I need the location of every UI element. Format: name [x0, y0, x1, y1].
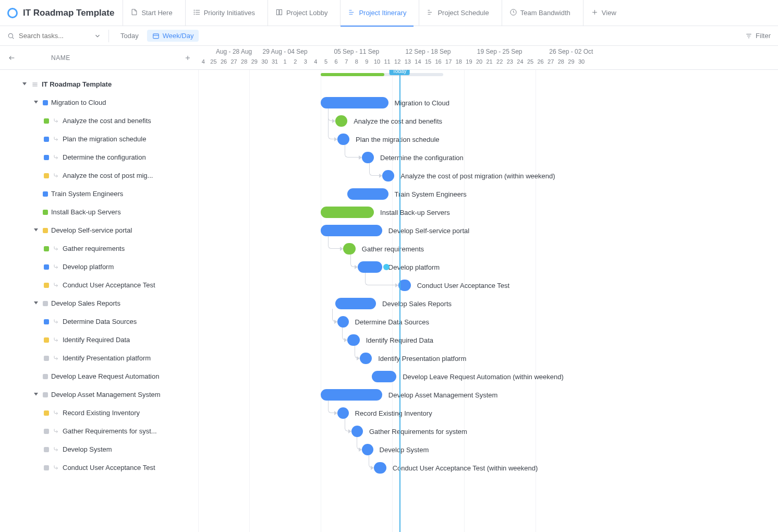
tree-body[interactable]: IT Roadmap TemplateMigration to CloudAna…: [0, 70, 198, 532]
tree-row[interactable]: Migration to Cloud: [0, 93, 198, 112]
gantt-bar[interactable]: [337, 134, 350, 145]
status-dot: [43, 228, 48, 233]
caret-icon[interactable]: [32, 227, 40, 234]
tree-row[interactable]: Conduct User Acceptance Test: [0, 276, 198, 294]
gantt-bar[interactable]: [343, 243, 356, 255]
filter-icon: [745, 32, 752, 40]
tab-priority-initiatives[interactable]: Priority Initiatives: [185, 0, 262, 26]
gantt-bar[interactable]: [337, 316, 349, 328]
tab-team-bandwidth[interactable]: Team Bandwidth: [502, 0, 578, 26]
day-header: 4: [310, 58, 321, 70]
tree-row-label: Plan the migration schedule: [63, 135, 146, 143]
tree-row[interactable]: Plan the migration schedule: [0, 130, 198, 148]
day-header: 21: [484, 58, 495, 70]
caret-icon[interactable]: [21, 81, 28, 88]
tree-row[interactable]: Analyze the cost and benefits: [0, 112, 198, 130]
gantt-bar[interactable]: [321, 97, 388, 108]
tree-row[interactable]: Develop System: [0, 440, 198, 458]
tree-row-label: Conduct User Acceptance Test: [63, 281, 155, 289]
subtask-icon: [52, 136, 59, 143]
chevron-down-icon[interactable]: [94, 32, 101, 40]
status-dot: [44, 155, 49, 160]
tree-row[interactable]: Gather Requirements for syst...: [0, 422, 198, 440]
tab-icon: [591, 8, 599, 18]
gantt-bar[interactable]: [362, 444, 373, 455]
tree-row[interactable]: Develop Asset Management System: [0, 385, 198, 404]
tree-row[interactable]: Analyze the cost of post mig...: [0, 166, 198, 185]
tree-column-header: NAME: [51, 54, 70, 62]
search-icon: [7, 32, 15, 40]
day-header: 25: [525, 58, 536, 70]
gantt-bar-label: Determine the configuration: [376, 153, 464, 161]
tree-row[interactable]: Train System Engineers: [0, 185, 198, 203]
subtask-icon: [52, 318, 59, 325]
tree-row[interactable]: Conduct User Acceptance Test: [0, 458, 198, 477]
tree-row[interactable]: Develop Self-service portal: [0, 221, 198, 239]
filter-button[interactable]: Filter: [745, 32, 771, 40]
tree-row[interactable]: Install Back-up Servers: [0, 203, 198, 221]
caret-icon[interactable]: [32, 391, 40, 398]
gantt-bar[interactable]: [321, 389, 382, 401]
tree-row[interactable]: Identify Required Data: [0, 331, 198, 349]
today-line: [399, 70, 400, 532]
search-input[interactable]: [18, 31, 91, 40]
gantt-bar[interactable]: [362, 152, 374, 163]
svg-rect-6: [276, 9, 278, 15]
svg-marker-31: [34, 228, 38, 232]
week-header: 19 Sep - 25 Sep: [464, 46, 536, 58]
day-header: 27: [229, 58, 239, 70]
gantt-bar[interactable]: [358, 261, 382, 273]
gantt-bar-label: Develop Sales Reports: [378, 299, 452, 307]
gantt-bar[interactable]: [347, 188, 388, 200]
svg-marker-33: [34, 393, 38, 396]
gantt-bar[interactable]: [337, 407, 349, 419]
tree-row[interactable]: Record Existing Inventory: [0, 404, 198, 422]
day-header: 27: [545, 58, 556, 70]
gantt-bar-label: Identify Required Data: [362, 336, 433, 344]
tree-row[interactable]: Determine the configuration: [0, 148, 198, 166]
separator: [108, 30, 109, 42]
caret-icon[interactable]: [32, 99, 40, 106]
day-header: 30: [576, 58, 587, 70]
gantt-bar[interactable]: [321, 207, 374, 218]
today-button[interactable]: Today: [116, 30, 143, 42]
tree-row[interactable]: Develop Leave Request Automation: [0, 367, 198, 385]
timeline-pane[interactable]: Aug - 28 Aug29 Aug - 04 Sep05 Sep - 11 S…: [198, 46, 778, 532]
gantt-bar[interactable]: [374, 462, 386, 474]
gantt-bar[interactable]: [335, 298, 376, 309]
timeline-body[interactable]: TodayMigration to CloudAnalyze the cost …: [198, 70, 778, 532]
tab-project-itinerary[interactable]: Project Itinerary: [340, 0, 414, 26]
gantt-bar-label: Gather requirements: [358, 245, 424, 252]
gantt-bar[interactable]: [321, 225, 382, 236]
gantt-bar[interactable]: [360, 353, 372, 364]
add-column-button[interactable]: [183, 53, 193, 63]
tab-start-here[interactable]: Start Here: [123, 0, 179, 26]
gantt-bar[interactable]: [351, 426, 363, 437]
status-dot: [44, 356, 49, 361]
gantt-bar-label: Develop Leave Request Automation (within…: [398, 372, 564, 380]
collapse-sidebar-icon[interactable]: [7, 54, 16, 62]
status-dot: [44, 410, 49, 416]
toolbar: Today Week/Day Filter: [0, 26, 778, 46]
zoom-pill[interactable]: Week/Day: [147, 30, 199, 42]
topbar: IT Roadmap Template Start Here Priority …: [0, 0, 778, 26]
tab-view[interactable]: View: [583, 0, 624, 26]
gantt-bar[interactable]: [382, 170, 395, 182]
gantt-bar[interactable]: [347, 334, 360, 346]
gantt-bar[interactable]: [335, 115, 348, 127]
caret-placeholder: [32, 190, 40, 198]
gantt-bar-label: Analyze the cost and benefits: [349, 117, 442, 125]
page-title: IT Roadmap Template: [23, 8, 114, 18]
tree-row[interactable]: IT Roadmap Template: [0, 75, 198, 93]
tree-row[interactable]: Gather requirements: [0, 239, 198, 258]
tab-project-lobby[interactable]: Project Lobby: [268, 0, 335, 26]
tree-row[interactable]: Identify Presentation platform: [0, 349, 198, 367]
tree-row[interactable]: Develop platform: [0, 258, 198, 276]
tree-row[interactable]: Develop Sales Reports: [0, 294, 198, 312]
gantt-bar[interactable]: [372, 371, 396, 382]
caret-icon[interactable]: [32, 300, 40, 307]
filter-label: Filter: [756, 32, 771, 40]
tab-project-schedule[interactable]: Project Schedule: [419, 0, 496, 26]
day-header: 11: [382, 58, 393, 70]
tree-row[interactable]: Determine Data Sources: [0, 312, 198, 331]
